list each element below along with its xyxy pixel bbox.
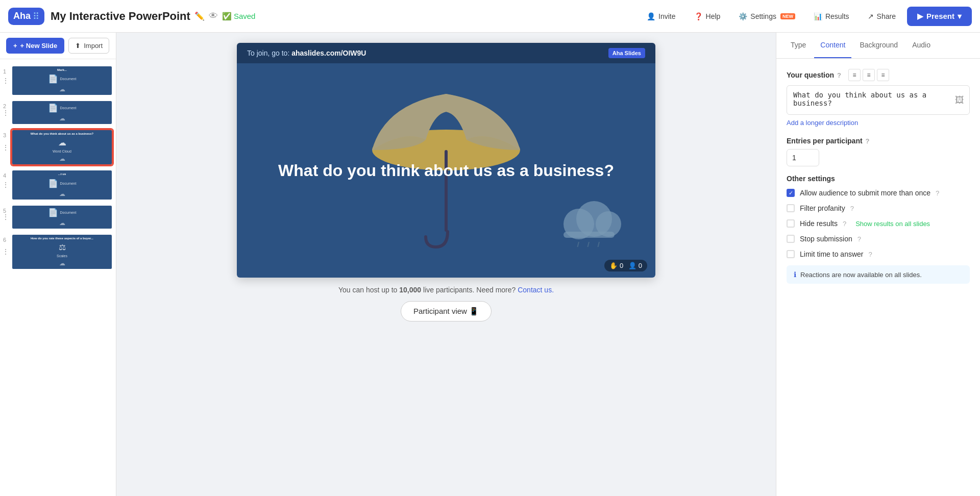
tab-type[interactable]: Type <box>785 33 812 58</box>
tab-content-label: Content <box>820 41 845 49</box>
slide-thumb-title: How do you rate these aspects of a buyer… <box>31 237 93 240</box>
filter-profanity-help[interactable]: ? <box>850 205 854 212</box>
new-slide-button[interactable]: + + New Slide <box>6 38 64 54</box>
allow-multiple-help[interactable]: ? <box>936 189 939 197</box>
slide-thumbnail[interactable]: ...t us 📄 Document ☁ <box>11 169 113 200</box>
slide-type-label: Document <box>60 211 77 214</box>
logo-dots: ⠿ <box>33 11 39 22</box>
plus-icon: + <box>13 42 17 49</box>
slide-thumbnail-active[interactable]: What do you think about us as a business… <box>11 129 113 165</box>
list-item[interactable]: 6 How do you rate these aspects of a buy… <box>0 232 116 272</box>
main-area: + + New Slide ⬆ Import 1 Mark... 📄 Docum… <box>0 33 980 496</box>
contact-link[interactable]: Contact us. <box>518 286 554 294</box>
join-prefix: To join, go to: <box>247 49 291 57</box>
hide-results-checkbox[interactable] <box>787 219 795 228</box>
align-icons: ≡ ≡ ≡ <box>848 69 889 81</box>
person-icon: 👤 <box>647 12 655 20</box>
slide-menu-icon[interactable]: ⋮ <box>2 213 9 221</box>
slide-type-label: Word Cloud <box>53 150 71 153</box>
cloud-icon: ☁ <box>59 260 65 267</box>
saved-badge: ✅ Saved <box>222 12 256 21</box>
present-label: Present <box>926 12 954 20</box>
slide-menu-icon[interactable]: ⋮ <box>2 77 9 85</box>
sidebar: + + New Slide ⬆ Import 1 Mark... 📄 Docum… <box>0 33 116 496</box>
tab-audio[interactable]: Audio <box>906 33 937 58</box>
slide-canvas: To join, go to: ahaslides.com/OIW9U Aha … <box>237 43 655 278</box>
eye-icon[interactable]: 👁 <box>209 11 218 21</box>
slide-menu-icon[interactable]: ⋮ <box>2 109 9 117</box>
align-left-button[interactable]: ≡ <box>848 69 861 81</box>
help-icon[interactable]: ? <box>837 71 841 79</box>
invite-button[interactable]: 👤 Invite <box>640 8 682 24</box>
present-button[interactable]: ▶ Present ▾ <box>907 7 972 26</box>
align-center-button[interactable]: ≡ <box>863 69 875 81</box>
slide-body: What do you think about us as a business… <box>237 63 655 278</box>
play-icon: ▶ <box>917 12 923 21</box>
slide-thumbnail[interactable]: Mark... 📄 Document ☁ <box>11 65 113 96</box>
svg-line-8 <box>597 242 599 247</box>
svg-line-6 <box>576 242 579 247</box>
logo[interactable]: Aha ⠿ <box>8 8 44 25</box>
scales-icon: ⚖ <box>59 242 66 252</box>
tab-content[interactable]: Content <box>814 33 851 58</box>
align-right-button[interactable]: ≡ <box>877 69 889 81</box>
entries-help-icon[interactable]: ? <box>866 137 870 145</box>
new-slide-label: + New Slide <box>20 42 58 49</box>
slide-type-label: Scales <box>57 254 67 258</box>
hide-results-help[interactable]: ? <box>843 220 846 228</box>
setting-row: Stop submission ? <box>787 235 970 243</box>
settings-button[interactable]: ⚙️ Settings NEW <box>731 8 802 24</box>
person-count-icon: 👤 0 <box>628 262 642 269</box>
list-item[interactable]: 4 ...t us 📄 Document ☁ ⋮ <box>0 167 116 202</box>
cloud-icon: ☁ <box>59 190 65 197</box>
panel-body: Your question ? ≡ ≡ ≡ What do you think … <box>776 59 980 496</box>
aha-logo-small: Aha Slides <box>608 48 645 58</box>
add-description-link[interactable]: Add a longer description <box>787 119 970 127</box>
saved-label: Saved <box>234 12 256 20</box>
slide-thumbnail[interactable]: How do you rate these aspects of a buyer… <box>11 234 113 270</box>
join-url: ahaslides.com/OIW9U <box>291 49 366 57</box>
slide-header: To join, go to: ahaslides.com/OIW9U Aha … <box>237 43 655 63</box>
other-settings-title: Other settings <box>787 175 970 183</box>
import-button[interactable]: ⬆ Import <box>68 38 109 54</box>
results-button[interactable]: 📊 Results <box>806 8 856 24</box>
help-icon: ❓ <box>694 12 703 20</box>
show-results-link[interactable]: Show results on all slides <box>855 220 930 228</box>
entries-input[interactable] <box>787 149 819 166</box>
filter-profanity-checkbox[interactable] <box>787 204 795 212</box>
setting-row: Allow audience to submit more than once … <box>787 189 970 197</box>
list-item[interactable]: 1 Mark... 📄 Document ☁ ⋮ <box>0 63 116 98</box>
list-item[interactable]: 2 📄 Document ☁ ⋮ <box>0 98 116 127</box>
slide-menu-icon[interactable]: ⋮ <box>2 143 9 152</box>
stop-submission-help[interactable]: ? <box>857 235 861 243</box>
info-text: You can host up to <box>338 286 399 294</box>
below-canvas: You can host up to 10,000 live participa… <box>338 286 554 294</box>
limit-time-help[interactable]: ? <box>868 251 872 258</box>
edit-icon[interactable]: ✏️ <box>194 11 205 21</box>
list-item[interactable]: 3 What do you think about us as a busine… <box>0 127 116 167</box>
slide-thumb-title: ...t us <box>58 172 66 176</box>
slide-thumbnail[interactable]: 📄 Document ☁ <box>11 100 113 125</box>
slide-menu-icon[interactable]: ⋮ <box>2 247 9 256</box>
slide-menu-icon[interactable]: ⋮ <box>2 181 9 189</box>
share-button[interactable]: ↗ Share <box>861 8 903 24</box>
svg-line-7 <box>586 242 589 247</box>
entries-label: Entries per participant ? <box>787 137 970 145</box>
setting-row: Hide results ? Show results on all slide… <box>787 219 970 228</box>
slide-thumbnail[interactable]: 📄 Document ☁ <box>11 205 113 230</box>
participant-view-button[interactable]: Participant view 📱 <box>401 301 492 321</box>
slide-number: 6 <box>3 237 11 243</box>
question-input[interactable]: What do you think about us as a business… <box>793 91 949 107</box>
cloud-illustration <box>553 196 625 247</box>
allow-multiple-checkbox[interactable] <box>787 189 795 197</box>
help-button[interactable]: ❓ Help <box>687 8 728 24</box>
participant-limit: 10,000 <box>399 286 421 294</box>
your-question-label: Your question <box>787 71 834 79</box>
list-item[interactable]: 5 📄 Document ☁ ⋮ <box>0 203 116 232</box>
limit-time-checkbox[interactable] <box>787 250 795 258</box>
image-upload-icon[interactable]: 🖼 <box>955 95 964 106</box>
document-icon: 📄 <box>48 74 58 84</box>
stop-submission-checkbox[interactable] <box>787 235 795 243</box>
tab-background[interactable]: Background <box>853 33 904 58</box>
results-icon: 📊 <box>814 12 822 20</box>
